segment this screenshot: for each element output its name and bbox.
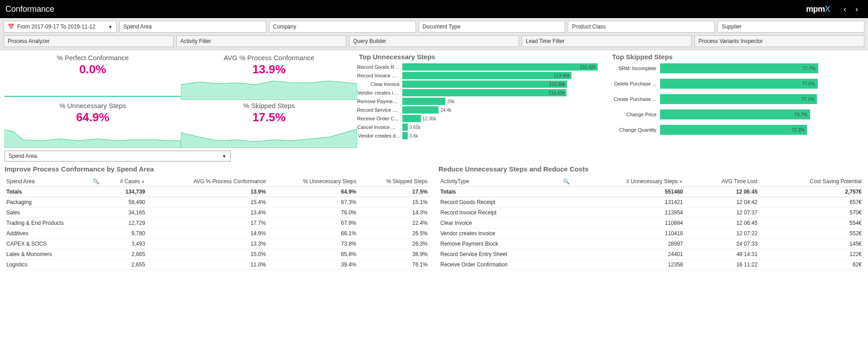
tool-process-variants[interactable]: Process Variants Inspector bbox=[694, 35, 864, 47]
bar-row[interactable]: Vendor creates in...110.42k bbox=[357, 89, 610, 96]
table-totals-row: Totals134,73913.9%64.9%17.5% bbox=[5, 187, 429, 197]
bar-label: Cancel Invoice Re... bbox=[357, 124, 402, 130]
nav-prev-icon[interactable]: ‹ bbox=[839, 5, 851, 14]
bar-row[interactable]: Remove Payment...29k bbox=[357, 98, 610, 105]
table-row[interactable]: Sales34,16513.4%76.0%14.3% bbox=[5, 208, 429, 218]
bar-track: 3.65k bbox=[402, 123, 610, 131]
col-unnecessary-count[interactable]: # Unnecessary Steps bbox=[571, 176, 685, 187]
bar-label: Clear Invoice bbox=[357, 81, 402, 87]
kpi-avg-process-conformance: AVG % Process Conformance 13.9% bbox=[181, 52, 357, 78]
chart-title: Top Unnecessary Steps bbox=[357, 52, 610, 63]
spend-area-selector[interactable]: Spend Area ▼ bbox=[5, 151, 231, 161]
table-row[interactable]: Additives9,78014.9%66.1%26.5% bbox=[5, 228, 429, 239]
table-row[interactable]: Latex & Monomers2,66515.0%65.8%38.9% bbox=[5, 249, 429, 260]
table-row[interactable]: Clear Invoice11088412 06:45554€ bbox=[439, 218, 863, 228]
chevron-down-icon: ▼ bbox=[108, 24, 113, 29]
kpi-title: AVG % Process Conformance bbox=[181, 54, 357, 62]
chart-top-skipped-steps: Top Skipped Steps SRM: Incomplete77.7%De… bbox=[610, 52, 863, 148]
tool-query-builder[interactable]: Query Builder bbox=[349, 35, 519, 47]
bar-label: Vendor creates in... bbox=[357, 90, 402, 95]
bar-track: 110.88k bbox=[402, 81, 610, 88]
bar-fill: 113.95k bbox=[402, 72, 571, 79]
table-row[interactable]: Record Invoice Receipt11395412 07:37570€ bbox=[439, 208, 863, 218]
bar-fill bbox=[402, 123, 408, 131]
bar-value: 29k bbox=[447, 99, 454, 104]
col-cases[interactable]: # Cases bbox=[101, 176, 147, 187]
bar-row[interactable]: Record Invoice Re...113.95k bbox=[357, 72, 610, 79]
filter-company[interactable]: Company bbox=[269, 21, 416, 33]
kpi-title: % Unnecessary Steps bbox=[5, 102, 181, 109]
bar-fill bbox=[402, 132, 408, 139]
bar-fill bbox=[402, 115, 421, 122]
bar-track: 110.42k bbox=[402, 89, 610, 96]
bar-track: 77.1% bbox=[660, 94, 863, 104]
bar-row[interactable]: Delete Purchase ...77.5% bbox=[610, 79, 863, 89]
table-totals-row: Totals55146012 06:452,757€ bbox=[439, 187, 863, 197]
chart-title: Top Skipped Steps bbox=[610, 52, 863, 63]
bar-value: 3.6k bbox=[410, 133, 418, 138]
tool-activity-filter[interactable]: Activity Filter bbox=[176, 35, 346, 47]
bar-label: Record Invoice Re... bbox=[357, 73, 402, 78]
bar-row[interactable]: Receive Order Co...12.36k bbox=[357, 115, 610, 122]
tool-lead-time-filter[interactable]: Lead Time Filter bbox=[522, 35, 692, 47]
bar-track: 72.3% bbox=[660, 125, 863, 135]
table-row[interactable]: Record Goods Receipt13142112 04:42657€ bbox=[439, 197, 863, 208]
date-range-filter[interactable]: 📅 From 2017-09-17 To 2019-11-12 ▼ bbox=[4, 21, 117, 33]
bar-row[interactable]: Record Goods Re...131.42k bbox=[357, 63, 610, 71]
chart-top-unnecessary-steps: Top Unnecessary Steps Record Goods Re...… bbox=[357, 52, 610, 148]
kpi-value: 64.9% bbox=[5, 110, 181, 124]
bar-label: Record Service E... bbox=[357, 107, 402, 113]
col-cost-saving[interactable]: Cost Saving Potential bbox=[760, 176, 863, 187]
col-avg-proc[interactable]: AVG % Process Conformance bbox=[147, 176, 268, 187]
tool-process-analyzer[interactable]: Process Analyzer bbox=[4, 35, 174, 47]
bar-track: 73.7% bbox=[660, 109, 863, 119]
filter-supplier[interactable]: Supplier bbox=[717, 21, 864, 33]
kpi-value: 13.9% bbox=[181, 62, 357, 76]
kpi-value: 17.5% bbox=[181, 110, 357, 124]
bar-row[interactable]: Cancel Invoice Re...3.65k bbox=[357, 123, 610, 131]
filter-spend-area[interactable]: Spend Area bbox=[119, 21, 266, 33]
search-icon[interactable]: 🔍 bbox=[93, 178, 99, 185]
bar-row[interactable]: SRM: Incomplete77.7% bbox=[610, 63, 863, 73]
kpi-title: % Perfect Conformance bbox=[5, 54, 181, 62]
bar-row[interactable]: Clear Invoice110.88k bbox=[357, 81, 610, 88]
table-row[interactable]: Vendor creates invoice11041812 07:22552€ bbox=[439, 228, 863, 239]
table-row[interactable]: Record Service Entry Sheet2440148 14:311… bbox=[439, 249, 863, 260]
bar-fill: 77.7% bbox=[660, 63, 818, 73]
table-row[interactable]: Trading & End Products12,72917.7%67.9%22… bbox=[5, 218, 429, 228]
bar-fill: 77.1% bbox=[660, 94, 817, 104]
col-time-lost[interactable]: AVG Time Lost bbox=[685, 176, 760, 187]
col-skipped[interactable]: % Skipped Steps bbox=[358, 176, 429, 187]
bar-fill bbox=[402, 106, 439, 114]
bar-label: Change Quantity bbox=[610, 127, 660, 133]
bar-label: Change Price bbox=[610, 112, 660, 117]
bar-track: 77.5% bbox=[660, 79, 863, 89]
filter-product-class[interactable]: Product Class bbox=[568, 21, 715, 33]
bar-row[interactable]: Create Purchase ...77.1% bbox=[610, 94, 863, 104]
table-row[interactable]: Packaging59,49015.4%67.3%15.1% bbox=[5, 197, 429, 208]
bar-row[interactable]: Change Quantity72.3% bbox=[610, 125, 863, 135]
bar-row[interactable]: Vendor creates d...3.6k bbox=[357, 132, 610, 139]
table-row[interactable]: CAPEX & SOCS3,49313.3%73.8%26.3% bbox=[5, 239, 429, 249]
bar-fill: 77.5% bbox=[660, 79, 818, 89]
col-activity-type[interactable]: ActivityType🔍 bbox=[439, 176, 571, 187]
col-spend-area[interactable]: Spend Area🔍 bbox=[5, 176, 101, 187]
search-icon[interactable]: 🔍 bbox=[563, 178, 570, 185]
bar-row[interactable]: Change Price73.7% bbox=[610, 109, 863, 119]
nav-next-icon[interactable]: › bbox=[851, 5, 863, 14]
bar-track: 24.4k bbox=[402, 106, 610, 114]
table-row[interactable]: Logistics2,65511.0%39.4%76.1% bbox=[5, 260, 429, 270]
table-row[interactable]: Remove Payment Block2899724 07:33145€ bbox=[439, 239, 863, 249]
filter-document-type[interactable]: Document Type bbox=[419, 21, 566, 33]
col-unnecessary[interactable]: % Unnecessary Steps bbox=[268, 176, 358, 187]
bar-fill: 110.88k bbox=[402, 81, 567, 88]
kpi-skipped-steps: % Skipped Steps 17.5% bbox=[181, 100, 357, 126]
bar-label: Receive Order Co... bbox=[357, 116, 402, 121]
bar-row[interactable]: Record Service E...24.4k bbox=[357, 106, 610, 114]
bar-label: Create Purchase ... bbox=[610, 96, 660, 102]
table-row[interactable]: Receive Order Confirmation1235816 11:226… bbox=[439, 260, 863, 270]
bar-track: 29k bbox=[402, 98, 610, 105]
bar-fill bbox=[402, 98, 445, 105]
date-range-label: From 2017-09-17 To 2019-11-12 bbox=[17, 24, 95, 30]
bar-label: SRM: Incomplete bbox=[610, 66, 660, 71]
